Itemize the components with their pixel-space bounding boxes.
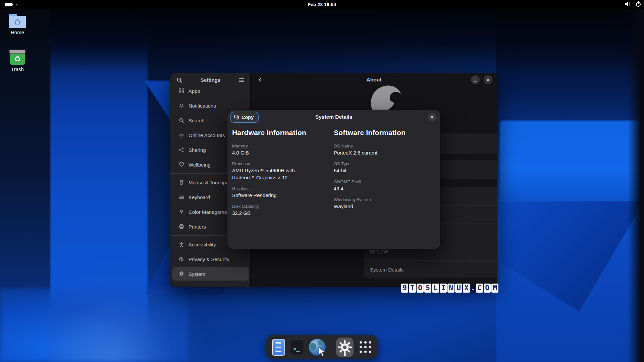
field-os-name: OS Name PorteuX 2.6 current (334, 143, 435, 156)
terminal-prompt-glyph: >_ (293, 346, 300, 352)
system-details-row[interactable]: System Details › (364, 260, 497, 278)
main-menu-button[interactable] (237, 76, 246, 84)
web-browser-app-icon[interactable] (309, 339, 326, 356)
sidebar-item-label: Mouse & Touchpad (189, 180, 231, 185)
field-disk-capacity: Disk Capacity 32.2 GB (232, 204, 334, 217)
printer-icon (178, 224, 184, 230)
dialog-header: System Details Copy ✕ (227, 110, 440, 124)
svg-text:@: @ (179, 133, 183, 138)
system-details-dialog: System Details Copy ✕ Hardware Informati… (227, 110, 440, 249)
close-button[interactable]: ✕ (484, 75, 492, 84)
sidebar-header: Settings (170, 73, 251, 86)
volume-icon (625, 1, 631, 8)
system-status-area[interactable] (625, 0, 641, 9)
dialog-body: Hardware Information Memory 4.0 GiB Proc… (227, 124, 440, 222)
dock: >_ (266, 335, 378, 359)
wallpaper-shape (500, 121, 644, 208)
desktop-icon-trash[interactable]: ♻ Trash (0, 50, 35, 72)
hardware-column: Hardware Information Memory 4.0 GiB Proc… (232, 129, 334, 222)
watermark-char: X (463, 284, 470, 293)
watermark-char: . (471, 284, 475, 293)
watermark-char: 9 (401, 284, 408, 293)
watermark-char: C (476, 284, 483, 293)
sidebar-item-label: Notifications (189, 103, 216, 109)
field-memory: Memory 4.0 GiB (232, 143, 334, 156)
disk-capacity-value: 32.2 GB (370, 249, 388, 254)
sidebar-item-label: Printers (189, 224, 206, 230)
house-glyph (14, 19, 21, 25)
sidebar-item-label: Search (189, 118, 205, 123)
field-os-type: OS Type 64-bit (334, 161, 435, 174)
watermark-char: L (432, 284, 439, 293)
gear-icon (178, 271, 184, 277)
desktop-icon-label: Trash (0, 66, 35, 72)
sidebar-item-label: Color Management (189, 209, 231, 215)
watermark-char: I (440, 284, 447, 293)
terminal-app-icon[interactable]: >_ (290, 340, 304, 355)
copy-button[interactable]: Copy (231, 112, 258, 122)
about-headerbar: About ‹ – ✕ (251, 73, 497, 86)
sidebar-item-privacy-security[interactable]: Privacy & Security (170, 252, 251, 266)
watermark-char: T (409, 284, 416, 293)
bell-icon (178, 103, 184, 109)
porteux-logo (369, 83, 406, 114)
field-processor: Processor AMD Ryzen™ 5 4600H with Radeon… (232, 161, 334, 181)
sidebar-item-label: Wellbeing (189, 162, 211, 168)
gear-icon (338, 340, 352, 354)
recycle-glyph: ♻ (13, 55, 22, 64)
field-graphics: Graphics Software Rendering (232, 186, 334, 199)
watermark-char: O (417, 284, 424, 293)
touchpad-icon (178, 180, 184, 185)
minimize-button[interactable]: – (471, 75, 480, 84)
software-heading: Software Information (334, 129, 435, 137)
sidebar-item-label: Privacy & Security (189, 256, 229, 262)
desktop-icon-label: Home (0, 29, 35, 35)
sidebar-item-system[interactable]: System (170, 266, 251, 281)
desktop-screen: Feb 28 16:54 Home ♻ Trash (0, 0, 644, 362)
watermark-char: O (484, 284, 491, 293)
copy-button-label: Copy (241, 115, 254, 120)
system-details-label: System Details (370, 267, 404, 273)
sidebar-item-label: Apps (189, 88, 200, 94)
app-grid-icon[interactable] (359, 340, 372, 355)
watermark-char: M (491, 284, 498, 293)
watermark-9to5linux: 9 T O 5 L I N U X . C O M (401, 283, 498, 293)
copy-icon (234, 115, 239, 120)
mouse-cursor (318, 347, 326, 357)
search-icon (178, 118, 184, 123)
wallpaper-shape (628, 9, 644, 362)
sidebar-item-label: Keyboard (189, 194, 210, 200)
search-button[interactable] (175, 76, 184, 84)
back-button[interactable]: ‹ (256, 75, 264, 84)
wallpaper-shape (50, 9, 644, 73)
at-icon: @ (178, 132, 184, 138)
watermark-char: N (447, 284, 454, 293)
apps-grid-icon (178, 88, 184, 94)
watermark-char: 5 (424, 284, 431, 293)
accessibility-icon (178, 242, 184, 247)
settings-app-icon-active[interactable] (336, 338, 354, 357)
share-icon (178, 147, 184, 153)
sidebar-item-label: System (189, 271, 205, 277)
page-title: About (251, 73, 497, 86)
power-icon (635, 1, 641, 8)
hardware-heading: Hardware Information (232, 129, 334, 137)
sidebar-item-label: Sharing (189, 147, 206, 153)
watermark-char: U (455, 284, 462, 293)
home-folder-icon (9, 14, 26, 28)
sidebar-item-label: Accessibility (189, 242, 216, 247)
hamburger-icon (239, 78, 244, 82)
dialog-close-button[interactable]: ✕ (428, 113, 436, 121)
files-app-icon[interactable] (272, 339, 285, 356)
trash-icon: ♻ (9, 50, 26, 65)
sidebar-item-label: Online Accounts (189, 132, 225, 138)
hand-icon (178, 256, 184, 262)
clock[interactable]: Feb 28 16:54 (0, 0, 644, 9)
desktop-icon-home[interactable]: Home (0, 14, 35, 35)
field-gnome-shell: GNOME Shell 49.4 (334, 179, 435, 192)
keyboard-icon (178, 194, 184, 200)
color-icon (178, 209, 184, 215)
field-windowing-system: Windowing System Wayland (334, 197, 435, 210)
heart-icon (178, 162, 184, 168)
running-indicator-dot (344, 354, 346, 356)
